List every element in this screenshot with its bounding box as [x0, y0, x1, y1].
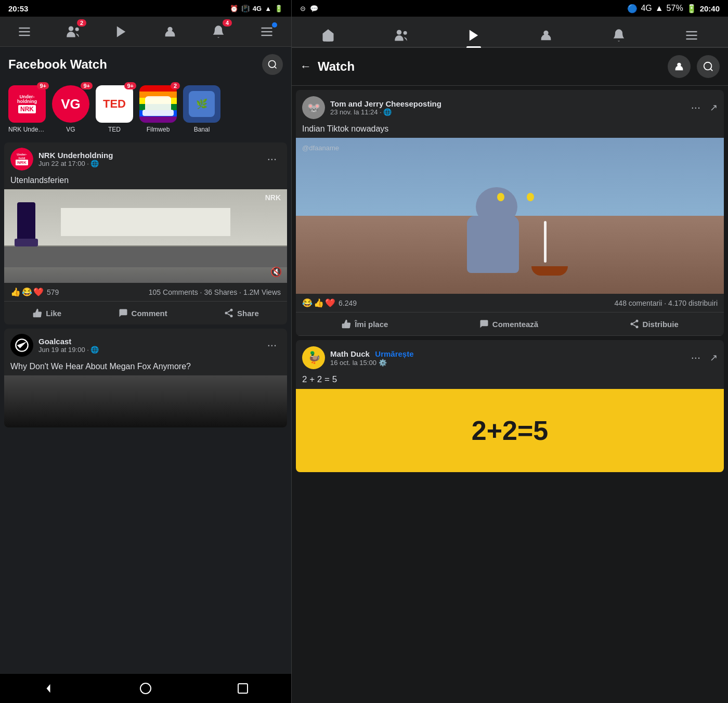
tj-meta-stats: 448 comentarii · 4.170 distribuiri	[615, 299, 718, 307]
like-emoji2: 👍	[314, 298, 324, 308]
tj-share-label: Distribuie	[643, 320, 679, 329]
tj-share-button[interactable]: Distribuie	[621, 315, 687, 333]
svg-marker-5	[117, 26, 125, 37]
tj-post-stats: 😂 👍 ❤️ 6.249 448 comentarii · 4.170 dist…	[296, 294, 724, 313]
nrk-post-avatar: Under-hold NRK	[10, 148, 33, 171]
tj-like-button[interactable]: Îmi place	[333, 315, 396, 333]
nrk-post-actions: Like Comment Share	[4, 302, 287, 324]
md-post-header: 🦆 Math Duck Urmărește 16 oct. la 15:00 ⚙…	[296, 340, 724, 372]
svg-point-29	[635, 326, 638, 328]
like-emoji: 👍	[10, 287, 21, 297]
nrk-post-meta-stats: 105 Comments · 36 Shares · 1.2M Views	[149, 288, 281, 296]
left-nav-more[interactable]	[255, 20, 278, 43]
left-status-icons: ⏰ 📳 4G ▲ 🔋	[230, 5, 283, 12]
right-status-icons: ⊝ 💬	[300, 5, 318, 12]
back-nav-btn[interactable]	[38, 678, 59, 699]
tj-like-label: Îmi place	[355, 320, 388, 329]
goalcast-post-time: Jun 19 at 19:00 · 🌐	[38, 346, 258, 354]
nrk-like-button[interactable]: Like	[24, 304, 70, 322]
right-panel: ⊝ 💬 🔵 4G ▲ 57% 🔋 20:40	[291, 0, 728, 703]
home-nav-btn[interactable]	[135, 678, 156, 699]
left-posts-scroll[interactable]: Under-hold NRK NRK Underholdning Jun 22 …	[0, 138, 291, 674]
more-badge	[272, 22, 277, 28]
goalcast-post-header: Goalcast Jun 19 at 19:00 · 🌐 ···	[4, 329, 287, 360]
left-nav-watch[interactable]	[110, 20, 133, 43]
left-watch-title: Facebook Watch	[8, 57, 107, 72]
tj-comment-button[interactable]: Comentează	[471, 315, 547, 333]
md-video-preview[interactable]: 2+2=5	[296, 389, 724, 472]
goalcast-video-preview[interactable]	[4, 375, 287, 427]
left-search-button[interactable]	[262, 54, 283, 75]
nrk-post-stats: 👍 😂 ❤️ 579 105 Comments · 36 Shares · 1.…	[4, 283, 287, 302]
svg-point-3	[69, 26, 73, 31]
right-posts-scroll[interactable]: 🐭 Tom and Jerry Cheeseposting 23 nov. la…	[292, 86, 728, 703]
vg-logo: VG	[52, 85, 89, 123]
right-nav-more[interactable]	[684, 28, 699, 47]
ted-logo: TED	[96, 85, 133, 123]
volume-icon[interactable]: 🔇	[270, 266, 282, 278]
filmweb-badge: 2	[171, 82, 180, 89]
banal-logo: 🌿	[183, 85, 220, 123]
left-nav-menu[interactable]	[13, 20, 36, 43]
svg-rect-22	[686, 31, 697, 32]
channel-filmweb[interactable]: 2 Filmweb	[139, 85, 177, 133]
right-nav-watch[interactable]	[466, 28, 481, 47]
goalcast-post-card: Goalcast Jun 19 at 19:00 · 🌐 ··· Why Don…	[4, 329, 287, 427]
md-follow-button[interactable]: Urmărește	[375, 349, 413, 358]
svg-marker-20	[469, 30, 477, 41]
channel-nrk[interactable]: Under-holdning NRK 9+ NRK Underho...	[8, 85, 46, 133]
goalcast-post-title: Why Don't We Hear About Megan Fox Anymor…	[4, 360, 287, 375]
channel-banal[interactable]: 🌿 Banal	[183, 85, 220, 133]
nrk-post-name: NRK Underholdning	[38, 151, 258, 160]
banal-label: Banal	[194, 126, 210, 133]
svg-rect-8	[262, 31, 272, 32]
recent-nav-btn[interactable]	[232, 678, 253, 699]
signal-icon: 4G	[253, 5, 262, 12]
nrk-share-button[interactable]: Share	[215, 304, 267, 322]
nrk-logo: Under-holdning NRK	[8, 85, 46, 123]
md-expand-button[interactable]: ↗	[710, 352, 718, 363]
friends-badge: 2	[77, 19, 86, 27]
bluetooth-icon: 🔵	[627, 4, 638, 14]
tj-video[interactable]: @dfaaname	[296, 138, 724, 294]
share-label: Share	[237, 309, 259, 318]
tj-post-more[interactable]: ···	[687, 99, 705, 116]
right-nav-bar	[292, 17, 728, 48]
nrk-video[interactable]: NRK 🔇	[4, 189, 287, 283]
right-search-button[interactable]	[697, 55, 720, 78]
wifi-icon: ▲	[265, 5, 271, 12]
right-nav-friends[interactable]	[394, 28, 408, 47]
right-battery-pct: 57%	[667, 4, 683, 13]
left-nav-profile[interactable]	[159, 20, 181, 43]
goalcast-post-more[interactable]: ···	[263, 336, 281, 354]
right-person-button[interactable]	[668, 55, 691, 78]
svg-point-10	[269, 61, 276, 68]
tj-post-actions: Îmi place Comentează Distribuie	[296, 313, 724, 336]
tj-post-header: 🐭 Tom and Jerry Cheeseposting 23 nov. la…	[296, 90, 724, 122]
md-post-more[interactable]: ···	[687, 349, 705, 367]
right-time: 20:40	[700, 4, 720, 13]
ted-badge: 9+	[124, 82, 136, 89]
right-signal-icon: 4G	[641, 4, 652, 13]
svg-rect-9	[262, 34, 272, 35]
left-nav-notifications[interactable]: 4	[207, 20, 230, 43]
nrk-post-more[interactable]: ···	[263, 150, 281, 168]
gear-icon: ⚙️	[379, 359, 387, 367]
nrk-comment-button[interactable]: Comment	[110, 304, 176, 322]
svg-point-26	[704, 62, 712, 70]
right-nav-notifications[interactable]	[612, 28, 626, 47]
channel-vg[interactable]: VG 9+ VG	[52, 85, 89, 133]
tj-expand-button[interactable]: ↗	[710, 102, 718, 113]
vg-badge: 9+	[81, 82, 93, 89]
channel-ted[interactable]: TED 9+ TED	[96, 85, 133, 133]
right-nav-profile[interactable]	[539, 28, 553, 47]
right-nav-home[interactable]	[321, 28, 335, 47]
right-battery-icon: 🔋	[686, 4, 697, 14]
right-back-button[interactable]: ←	[300, 60, 311, 73]
left-nav-friends[interactable]: 2	[61, 20, 84, 43]
nrk-video-watermark: NRK	[265, 193, 281, 202]
heart-emoji: ❤️	[33, 287, 44, 297]
tj-post-meta: Tom and Jerry Cheeseposting 23 nov. la 1…	[330, 99, 682, 116]
svg-rect-24	[686, 38, 697, 40]
svg-point-13	[230, 315, 233, 317]
